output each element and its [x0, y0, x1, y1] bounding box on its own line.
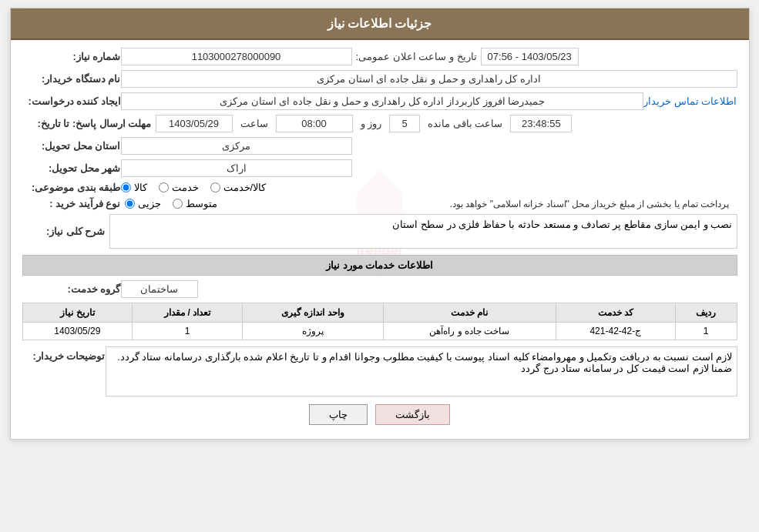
category-radio-group: کالا/خدمت خدمت کالا [121, 182, 267, 193]
cell-service-name: ساخت جاده و راه‌آهن [383, 323, 556, 340]
col-need-date: تاریخ نیاز [22, 303, 133, 323]
process-option-small[interactable]: جزیی [125, 198, 161, 209]
col-service-code: کد خدمت [556, 303, 675, 323]
buyer-org-label: نام دستگاه خریدار: [29, 73, 121, 85]
back-button[interactable]: بازگشت [375, 404, 450, 425]
city-row: اراک شهر محل تحویل: [22, 159, 737, 177]
cell-unit: پروژه [242, 323, 383, 340]
city-label: شهر محل تحویل: [29, 162, 121, 174]
process-radio-medium[interactable] [173, 199, 183, 209]
buyer-notes-label: توضیحات خریدار: [29, 350, 106, 362]
cell-need-date: 1403/05/29 [22, 323, 133, 340]
requester-value: جمیدرضا افروز کاربرداز اداره کل راهداری … [121, 92, 643, 110]
process-radio-small[interactable] [125, 199, 135, 209]
col-row-num: ردیف [675, 303, 737, 323]
page-title: جزئیات اطلاعات نیاز [327, 17, 432, 30]
deadline-row: 23:48:55 ساعت باقی مانده 5 روز و 08:00 س… [22, 115, 737, 132]
category-label: طبقه بندی موضوعی: [29, 182, 121, 193]
description-value: نصب و ایمن سازی مقاطع پر تصادف و مستعد ح… [109, 214, 737, 249]
content-area: irender 1403/05/23 - 07:56 تاریخ و ساعت … [11, 40, 749, 439]
need-number-label: شماره نیاز: [29, 51, 121, 62]
need-number-row: 1403/05/23 - 07:56 تاریخ و ساعت اعلان عم… [22, 48, 737, 65]
deadline-remaining-value: 23:48:55 [510, 115, 572, 132]
col-quantity: تعداد / مقدار [133, 303, 243, 323]
page-header: جزئیات اطلاعات نیاز [11, 8, 749, 40]
deadline-time-value: 08:00 [276, 115, 353, 132]
process-note: پرداخت تمام یا بخشی از مبلغ خریداز محل "… [221, 199, 730, 209]
category-option-goods-label: کالا [134, 182, 147, 193]
deadline-remaining-label: ساعت باقی مانده [428, 118, 502, 129]
requester-label: ایجاد کننده درخواست: [29, 95, 122, 107]
date-announce-value: 1403/05/23 - 07:56 [481, 48, 579, 65]
cell-quantity: 1 [133, 323, 243, 340]
buyer-notes-value: لازم است نسبت به دریافت وتکمیل و مهروامض… [106, 346, 737, 396]
col-unit: واحد اندازه گیری [242, 303, 383, 323]
col-service-name: نام خدمت [383, 303, 556, 323]
process-option-medium-label: متوسط [186, 198, 217, 209]
services-table: ردیف کد خدمت نام خدمت واحد اندازه گیری ت… [22, 303, 737, 340]
service-group-value: ساختمان [121, 280, 198, 298]
province-label: استان محل تحویل: [29, 140, 121, 152]
service-group-row: ساختمان گروه خدمت: [22, 280, 737, 298]
deadline-days-value: 5 [389, 115, 420, 132]
table-row: 1 ج-42-42-421 ساخت جاده و راه‌آهن پروژه … [22, 323, 737, 340]
process-option-small-label: جزیی [138, 198, 161, 209]
category-option-service[interactable]: خدمت [159, 182, 199, 193]
process-radio-group: متوسط جزیی [125, 198, 217, 209]
category-option-service-goods-label: کالا/خدمت [223, 182, 267, 193]
buyer-org-value: اداره کل راهداری و حمل و نقل جاده ای است… [121, 70, 737, 88]
content-body: 1403/05/23 - 07:56 تاریخ و ساعت اعلان عم… [22, 48, 737, 425]
services-section-header: اطلاعات خدمات مورد نیاز [22, 255, 737, 276]
province-row: مرکزی استان محل تحویل: [22, 137, 737, 155]
category-option-service-label: خدمت [172, 182, 199, 193]
deadline-date-value: 1403/05/29 [156, 115, 233, 132]
province-value: مرکزی [121, 137, 352, 155]
date-announce-label: تاریخ و ساعت اعلان عمومی: [356, 51, 477, 62]
deadline-label: مهلت ارسال پاسخ: تا تاریخ: [29, 118, 152, 129]
requester-row: اطلاعات تماس خریدار جمیدرضا افروز کاربرد… [22, 92, 737, 110]
buyer-org-row: اداره کل راهداری و حمل و نقل جاده ای است… [22, 70, 737, 88]
deadline-days-label: روز و [361, 118, 382, 129]
contact-link[interactable]: اطلاعات تماس خریدار [643, 95, 737, 107]
category-radio-service[interactable] [159, 182, 169, 192]
process-label: نوع فرآیند خرید : [29, 198, 121, 209]
category-option-goods[interactable]: کالا [121, 182, 147, 193]
buyer-notes-row: لازم است نسبت به دریافت وتکمیل و مهروامض… [22, 346, 737, 396]
deadline-time-label: ساعت [240, 118, 268, 129]
description-row: نصب و ایمن سازی مقاطع پر تصادف و مستعد ح… [22, 214, 737, 249]
print-button[interactable]: چاپ [309, 404, 368, 425]
description-label: شرح کلی نیاز: [29, 226, 106, 237]
cell-service-code: ج-42-42-421 [556, 323, 675, 340]
service-group-label: گروه خدمت: [29, 283, 121, 295]
main-container: جزئیات اطلاعات نیاز irender 1403/05/23 -… [10, 8, 750, 440]
category-option-service-goods[interactable]: کالا/خدمت [210, 182, 267, 193]
category-row: کالا/خدمت خدمت کالا طبقه بندی موضوعی: [22, 182, 737, 193]
button-row: بازگشت چاپ [22, 404, 737, 425]
city-value: اراک [121, 159, 352, 177]
process-row: پرداخت تمام یا بخشی از مبلغ خریداز محل "… [22, 198, 737, 209]
need-number-value: 1103000278000090 [121, 48, 352, 65]
cell-row-num: 1 [675, 323, 737, 340]
category-radio-goods[interactable] [121, 182, 131, 192]
process-option-medium[interactable]: متوسط [173, 198, 217, 209]
category-radio-service-goods[interactable] [210, 182, 220, 192]
